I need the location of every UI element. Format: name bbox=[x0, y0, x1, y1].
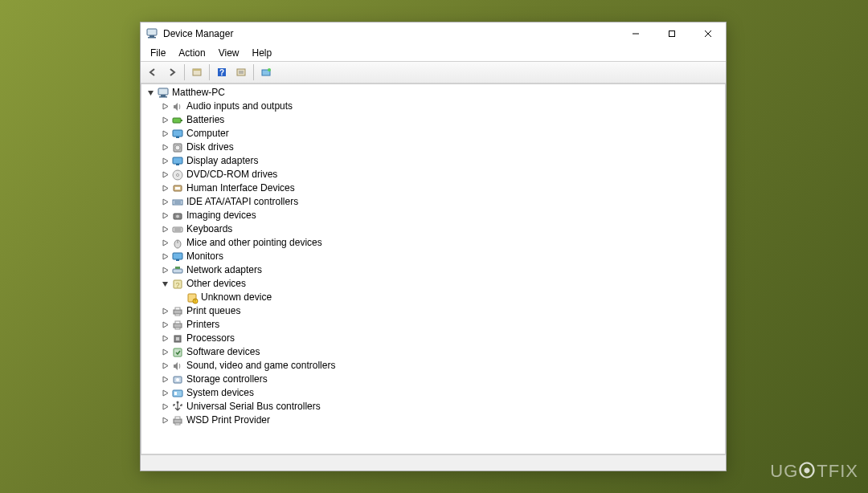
device-tree[interactable]: Matthew-PCAudio inputs and outputsBatter… bbox=[141, 84, 726, 454]
tree-node-label: Sound, video and game controllers bbox=[186, 359, 340, 373]
toolbar-forward-button[interactable] bbox=[163, 63, 181, 81]
chevron-right-icon[interactable] bbox=[159, 265, 170, 276]
speaker-icon bbox=[171, 360, 184, 373]
toolbar-separator bbox=[253, 64, 254, 80]
tree-node-print-queues[interactable]: Print queues bbox=[141, 304, 725, 318]
chevron-right-icon[interactable] bbox=[159, 361, 170, 372]
tree-node-label: Print queues bbox=[186, 304, 245, 318]
toolbar-help-button[interactable]: ? bbox=[213, 63, 231, 81]
chevron-right-icon[interactable] bbox=[159, 333, 170, 344]
tree-node-universal-serial-bus-controllers[interactable]: Universal Serial Bus controllers bbox=[141, 400, 725, 414]
chevron-down-icon[interactable] bbox=[159, 279, 170, 290]
tree-node-keyboards[interactable]: Keyboards bbox=[141, 222, 725, 236]
keyboard-icon bbox=[171, 223, 184, 236]
svg-point-28 bbox=[177, 173, 179, 176]
window-controls bbox=[617, 22, 726, 45]
tree-node-system-devices[interactable]: System devices bbox=[141, 386, 725, 400]
tree-node-network-adapters[interactable]: Network adapters bbox=[141, 263, 725, 277]
toolbar-back-button[interactable] bbox=[144, 63, 162, 81]
svg-rect-25 bbox=[173, 157, 182, 164]
chevron-right-icon[interactable] bbox=[159, 251, 170, 263]
toolbar-properties-button[interactable] bbox=[232, 63, 250, 81]
svg-rect-19 bbox=[173, 118, 181, 123]
tree-node-storage-controllers[interactable]: Storage controllers bbox=[141, 373, 725, 386]
chevron-right-icon[interactable] bbox=[159, 183, 170, 194]
svg-rect-64 bbox=[174, 419, 182, 423]
svg-point-60 bbox=[176, 378, 179, 381]
chevron-right-icon[interactable] bbox=[159, 101, 170, 112]
svg-rect-51 bbox=[175, 308, 180, 310]
svg-rect-4 bbox=[669, 31, 674, 37]
chevron-right-icon[interactable] bbox=[159, 115, 170, 126]
svg-rect-18 bbox=[159, 96, 167, 98]
chevron-right-icon[interactable] bbox=[159, 210, 170, 222]
tree-node-wsd-print-provider[interactable]: WSD Print Provider bbox=[141, 414, 725, 427]
chevron-right-icon[interactable] bbox=[159, 156, 170, 167]
tree-node-audio-inputs-and-outputs[interactable]: Audio inputs and outputs bbox=[141, 100, 725, 113]
maximize-button[interactable] bbox=[653, 22, 690, 45]
menu-view[interactable]: View bbox=[212, 46, 246, 60]
device-manager-window: Device Manager File Action View Help bbox=[140, 22, 727, 471]
menu-action[interactable]: Action bbox=[172, 46, 211, 60]
svg-rect-16 bbox=[158, 88, 168, 95]
svg-point-63 bbox=[177, 401, 179, 403]
tree-node-batteries[interactable]: Batteries bbox=[141, 113, 725, 127]
toolbar-show-hidden-button[interactable] bbox=[188, 63, 206, 81]
tree-node-printers[interactable]: Printers bbox=[141, 318, 725, 332]
tree-node-ide-ata-atapi-controllers[interactable]: IDE ATA/ATAPI controllers bbox=[141, 195, 725, 209]
tree-node-computer[interactable]: Computer bbox=[141, 127, 725, 141]
chevron-right-icon[interactable] bbox=[159, 238, 170, 249]
tree-node-root[interactable]: Matthew-PC bbox=[141, 86, 725, 100]
close-button[interactable] bbox=[690, 22, 726, 45]
app-icon bbox=[145, 27, 158, 40]
svg-rect-58 bbox=[174, 348, 182, 357]
chevron-right-icon[interactable] bbox=[159, 142, 170, 153]
tree-node-dvd-cd-rom-drives[interactable]: DVD/CD-ROM drives bbox=[141, 168, 725, 181]
chevron-down-icon[interactable] bbox=[145, 88, 156, 99]
menu-file[interactable]: File bbox=[144, 46, 172, 60]
tree-node-mice-and-other-pointing-devices[interactable]: Mice and other pointing devices bbox=[141, 236, 725, 250]
chevron-right-icon[interactable] bbox=[159, 224, 170, 235]
chevron-right-icon[interactable] bbox=[159, 128, 170, 140]
toolbar-scan-button[interactable] bbox=[257, 63, 275, 81]
svg-rect-44 bbox=[175, 267, 180, 269]
tree-node-other-devices[interactable]: ?Other devices bbox=[141, 277, 725, 291]
chevron-right-icon[interactable] bbox=[159, 415, 170, 426]
tree-node-label: Universal Serial Bus controllers bbox=[186, 400, 326, 414]
tree-node-imaging-devices[interactable]: Imaging devices bbox=[141, 209, 725, 222]
chevron-right-icon[interactable] bbox=[159, 169, 170, 181]
menu-help[interactable]: Help bbox=[246, 46, 279, 60]
svg-rect-41 bbox=[173, 253, 182, 259]
tree-node-monitors[interactable]: Monitors bbox=[141, 250, 725, 263]
tree-node-software-devices[interactable]: Software devices bbox=[141, 345, 725, 359]
tree-node-processors[interactable]: Processors bbox=[141, 332, 725, 345]
tree-node-sound-video-and-game-controllers[interactable]: Sound, video and game controllers bbox=[141, 359, 725, 373]
chevron-right-icon[interactable] bbox=[159, 401, 170, 413]
titlebar[interactable]: Device Manager bbox=[141, 22, 726, 45]
tree-node-display-adapters[interactable]: Display adapters bbox=[141, 154, 725, 168]
chevron-right-icon[interactable] bbox=[159, 388, 170, 399]
chevron-right-icon[interactable] bbox=[159, 320, 170, 331]
chevron-right-icon[interactable] bbox=[159, 306, 170, 317]
svg-text:?: ? bbox=[219, 68, 224, 77]
toolbar: ? bbox=[141, 61, 726, 84]
svg-rect-22 bbox=[176, 136, 179, 138]
svg-rect-36 bbox=[173, 227, 182, 232]
cpu-icon bbox=[171, 332, 184, 345]
tree-node-label: Computer bbox=[186, 127, 234, 141]
tree-node-disk-drives[interactable]: Disk drives bbox=[141, 141, 725, 154]
tree-node-label: Printers bbox=[186, 318, 224, 332]
svg-rect-65 bbox=[175, 417, 180, 419]
hid-icon bbox=[171, 182, 184, 195]
chevron-right-icon[interactable] bbox=[159, 347, 170, 358]
tree-node-label: Human Interface Devices bbox=[186, 181, 300, 195]
tree-node-human-interface-devices[interactable]: Human Interface Devices bbox=[141, 181, 725, 195]
minimize-button[interactable] bbox=[617, 22, 653, 45]
svg-point-24 bbox=[175, 145, 180, 150]
tree-node-label: Keyboards bbox=[186, 222, 237, 236]
chevron-right-icon[interactable] bbox=[159, 374, 170, 385]
chevron-right-icon[interactable] bbox=[159, 197, 170, 208]
svg-rect-61 bbox=[173, 390, 182, 397]
tree-node-unknown-device[interactable]: !Unknown device bbox=[141, 291, 725, 304]
svg-rect-8 bbox=[193, 69, 201, 71]
